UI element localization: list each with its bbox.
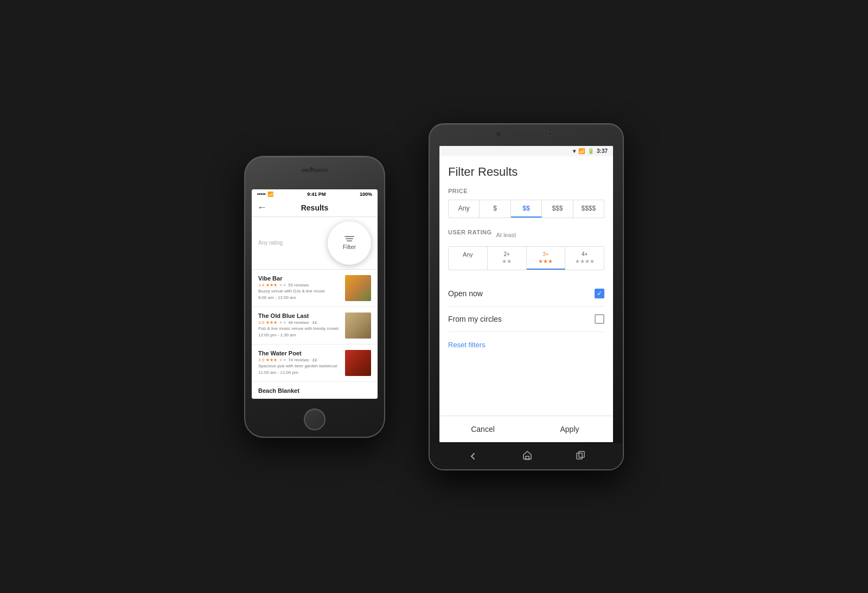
iphone-home-button[interactable]: [304, 409, 326, 430]
review-count: 44 reviews · ££: [288, 320, 317, 325]
price-2[interactable]: $$: [511, 200, 542, 218]
circles-checkbox[interactable]: [595, 314, 604, 324]
filter-results-panel: Filter Results PRICE Any $ $$ $$$ $$$$ U…: [439, 156, 613, 416]
rating-options-group: Any 2+ ★★ 3+ ★★★ 4+ ★★★★: [448, 246, 604, 270]
android-speaker: [513, 133, 540, 137]
result-thumbnail: [345, 350, 371, 376]
iphone-status-bar: ••••• 📶 9:41 PM 100%: [252, 189, 378, 199]
rating-placeholder: Any rating: [258, 240, 283, 246]
location-icon: ▾: [573, 148, 576, 154]
review-count: 53 reviews: [288, 283, 309, 288]
result-desc: Buzzy venue with DJs & live music: [258, 289, 340, 294]
iphone-screen: ••••• 📶 9:41 PM 100% ← Results Any ratin…: [252, 189, 378, 399]
filter-title: Filter Results: [448, 165, 604, 179]
rating-section: USER RATING At least Any 2+ ★★ 3+ ★★★: [448, 229, 604, 270]
nav-title: Results: [301, 203, 329, 212]
open-now-row[interactable]: Open now ✓: [448, 281, 604, 307]
wifi-icon: 📶: [267, 192, 273, 197]
filter-button[interactable]: Filter: [328, 221, 371, 265]
rating-label-row: USER RATING At least: [448, 229, 604, 241]
rating-2plus-label: 2+: [503, 251, 509, 257]
android-home-button[interactable]: [522, 450, 532, 462]
result-hours: 11:00 am - 11:00 pm: [258, 370, 340, 375]
android-nav-bar: [430, 443, 623, 469]
reset-filters-link[interactable]: Reset filters: [448, 332, 604, 358]
stars: ★★★: [266, 283, 277, 288]
signal-text: •••••: [257, 192, 266, 197]
result-name: The Water Poet: [258, 350, 340, 356]
result-thumbnail: [345, 275, 371, 301]
rating-any-label: Any: [463, 251, 473, 258]
result-rating: 3.4 ★★★ ★★ 53 reviews: [258, 283, 340, 288]
filter-line-1: [344, 236, 354, 237]
result-rating: 3.6 ★★★ ★★ 44 reviews · ££: [258, 320, 340, 325]
cancel-button[interactable]: Cancel: [439, 416, 526, 442]
result-item-water-poet[interactable]: The Water Poet 3.9 ★★★ ★★ 74 reviews · £…: [252, 345, 378, 382]
price-1[interactable]: $: [480, 200, 510, 218]
rating-3plus-label: 3+: [542, 251, 548, 257]
result-name: The Old Blue Last: [258, 313, 340, 319]
price-options-group: Any $ $$ $$$ $$$$: [448, 200, 604, 218]
price-3[interactable]: $$$: [542, 200, 573, 218]
filter-label: Filter: [343, 244, 356, 250]
android-device: ▾ 📶 🔋 3:37 Filter Results PRICE Any $ $$…: [429, 123, 624, 470]
stars: ★★★: [266, 320, 277, 325]
rating-4plus-label: 4+: [582, 251, 588, 257]
rating-value: 3.4: [258, 283, 264, 288]
iphone-device: ••••• 📶 9:41 PM 100% ← Results Any ratin…: [244, 156, 385, 438]
svg-rect-2: [579, 451, 584, 457]
open-now-label: Open now: [448, 289, 483, 298]
status-time: 9:41 PM: [307, 192, 326, 197]
result-desc: Pub & live music venue with trendy crowd: [258, 326, 340, 331]
android-back-button[interactable]: [468, 451, 478, 462]
result-item-old-blue-last[interactable]: The Old Blue Last 3.6 ★★★ ★★ 44 reviews …: [252, 307, 378, 345]
rating-section-label: USER RATING: [448, 229, 492, 235]
battery-status-icon: 🔋: [588, 148, 594, 154]
android-status-bar: ▾ 📶 🔋 3:37: [439, 146, 613, 156]
rating-value: 3.6: [258, 320, 264, 325]
rating-sublabel: At least: [496, 232, 516, 238]
filter-icon: [344, 236, 354, 241]
partial-name: Beach Blanket: [258, 387, 299, 394]
android-screen: ▾ 📶 🔋 3:37 Filter Results PRICE Any $ $$…: [439, 146, 613, 442]
svg-rect-0: [526, 456, 529, 460]
result-hours: 12:00 pm - 1:30 am: [258, 333, 340, 337]
signal-area: ••••• 📶: [257, 192, 273, 197]
empty-stars: ★★: [279, 283, 286, 288]
open-now-checkbox[interactable]: ✓: [595, 289, 604, 298]
filter-line-2: [346, 238, 353, 239]
result-info: The Water Poet 3.9 ★★★ ★★ 74 reviews · £…: [258, 350, 340, 376]
wifi-status-icon: 📶: [578, 148, 585, 154]
rating-value: 3.9: [258, 358, 264, 362]
empty-stars: ★★: [279, 320, 286, 325]
back-button[interactable]: ←: [257, 202, 267, 213]
filter-bar: Any rating Filter: [252, 217, 378, 270]
rating-4plus[interactable]: 4+ ★★★★: [565, 247, 604, 270]
rating-2-stars: ★★: [502, 258, 512, 264]
android-recents-button[interactable]: [576, 451, 585, 462]
result-info: The Old Blue Last 3.6 ★★★ ★★ 44 reviews …: [258, 313, 340, 339]
battery-text: 100%: [360, 192, 372, 197]
result-rating: 3.9 ★★★ ★★ 74 reviews · ££: [258, 358, 340, 362]
result-info: Vibe Bar 3.4 ★★★ ★★ 53 reviews Buzzy ven…: [258, 275, 340, 301]
result-desc: Spacious pub with beer garden barbecue: [258, 364, 340, 369]
android-time: 3:37: [597, 148, 608, 154]
result-item-beach-blanket[interactable]: Beach Blanket: [252, 382, 378, 399]
svg-rect-1: [577, 453, 582, 459]
circles-row[interactable]: From my circles: [448, 307, 604, 332]
rating-2plus[interactable]: 2+ ★★: [488, 247, 527, 270]
result-item-vibe-bar[interactable]: Vibe Bar 3.4 ★★★ ★★ 53 reviews Buzzy ven…: [252, 270, 378, 307]
filter-line-3: [347, 240, 352, 241]
rating-3plus[interactable]: 3+ ★★★: [527, 247, 566, 270]
iphone-camera: [309, 167, 314, 171]
rating-any[interactable]: Any: [449, 247, 488, 270]
android-camera: [548, 132, 552, 136]
apply-button[interactable]: Apply: [526, 416, 613, 442]
price-any[interactable]: Any: [449, 200, 480, 218]
filter-action-buttons: Cancel Apply: [439, 416, 613, 442]
review-count: 74 reviews · ££: [288, 358, 317, 362]
price-4[interactable]: $$$$: [573, 200, 604, 218]
rating-4-stars: ★★★★: [575, 258, 595, 264]
price-section-label: PRICE: [448, 188, 604, 194]
iphone-speaker: [301, 169, 328, 172]
